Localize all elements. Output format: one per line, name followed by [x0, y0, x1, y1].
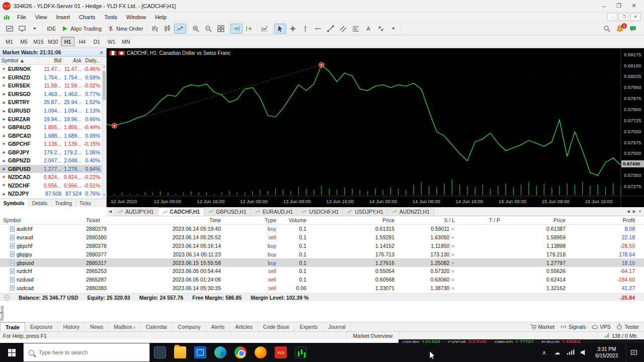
market-watch-row[interactable]: ▼EURNOK11.47...11.47...-0.46%	[0, 65, 102, 73]
trade-row[interactable]: audchf28803792023.06.14 05:19:40buy0.10.…	[0, 225, 644, 233]
trade-row[interactable]: gbpusd28853172023.06.15 15:55:58buy0.11.…	[0, 258, 644, 267]
trade-column-sl[interactable]: S / L	[397, 217, 458, 223]
volume-icon[interactable]	[580, 348, 588, 356]
mw-column-daily[interactable]: Daily...	[84, 58, 102, 63]
menu-item-file[interactable]: File	[13, 13, 31, 21]
mw-tab-symbols[interactable]: Symbols	[0, 199, 29, 207]
taskbar-app-metatrader[interactable]	[291, 343, 311, 362]
taskbar-app-edge[interactable]	[210, 343, 230, 362]
remove-sl-icon[interactable]: ✕	[449, 235, 455, 240]
market-watch-row[interactable]: ▲EURZAR19.94...19.96...0.66%	[0, 115, 102, 123]
market-watch-header[interactable]: Symbol ▲BidAskDaily...	[0, 57, 106, 65]
remove-sl-icon[interactable]: ✕	[449, 286, 455, 291]
trade-table-header[interactable]: SymbolTicketTimeTypeVolumePriceS / LT / …	[0, 216, 644, 225]
trade-row[interactable]: usdcad28803832023.06.14 05:30:35sell0.06…	[0, 284, 644, 293]
mdi-restore-button[interactable]: ❐	[619, 13, 629, 21]
mw-tab-trading[interactable]: Trading	[51, 199, 76, 207]
cursor-icon[interactable]	[274, 24, 286, 34]
market-watch-row[interactable]: ▼GBPAUD1.855...1.855...-0.44%	[0, 123, 102, 132]
search-icon[interactable]	[601, 24, 613, 34]
fibo-icon[interactable]	[350, 24, 362, 34]
text-icon[interactable]: A	[362, 24, 374, 34]
mw-column-symbol[interactable]: Symbol ▲	[0, 58, 38, 63]
chart-tab-gbpusd[interactable]: GBPUSD,H1	[204, 207, 251, 216]
menu-item-charts[interactable]: Charts	[74, 13, 100, 21]
market-watch-row[interactable]: ▲GBPCAD1.688...1.689...0.09%	[0, 131, 102, 140]
maximize-button[interactable]: ❐	[611, 1, 626, 11]
close-button[interactable]: ✕	[626, 1, 641, 11]
new-order-button[interactable]: New Order	[105, 24, 145, 34]
trade-column-time[interactable]: Time	[143, 217, 224, 223]
chart-tab-audnzd[interactable]: AUDNZD,H1	[388, 207, 434, 216]
scroll-down-icon[interactable]: ▼	[102, 194, 106, 199]
scrollbar-thumb[interactable]	[103, 71, 106, 100]
taskbar-app-yld-terminal[interactable]: YLD	[271, 343, 291, 362]
timeframe-h1[interactable]: H1	[61, 37, 74, 46]
channel-icon[interactable]	[337, 24, 349, 34]
market-watch-row[interactable]: ▲NZDUSD0.623...0.624...0.53%	[0, 198, 102, 199]
menu-item-window[interactable]: Window	[122, 13, 150, 21]
network-icon[interactable]	[567, 348, 575, 356]
trade-column-profit[interactable]: Profit	[569, 217, 644, 223]
onedrive-cloud-icon[interactable]: ☁	[553, 348, 561, 356]
market-watch-row[interactable]: ▲EURSGD1.463...1.463...0.77%	[0, 90, 102, 99]
chart-tab-usdjpy[interactable]: USDJPY,H1	[343, 207, 387, 216]
mdi-close-button[interactable]: ✕	[630, 13, 640, 21]
connection-status[interactable]: 138 / 0 Mb	[596, 332, 644, 339]
autoscroll-icon[interactable]	[230, 24, 243, 34]
taskbar-app-file-explorer[interactable]	[170, 343, 190, 362]
dropdown-icon[interactable]	[387, 24, 399, 34]
start-button[interactable]	[0, 343, 23, 362]
timeframe-m1[interactable]: M1	[3, 37, 16, 46]
remove-sl-icon[interactable]: ✕	[449, 244, 455, 249]
remove-sl-icon[interactable]: ✕	[449, 252, 455, 257]
bottom-tab-news[interactable]: News	[85, 322, 109, 331]
timeframe-mn[interactable]: MN	[119, 37, 133, 46]
trade-row[interactable]: euraud28803802023.06.14 05:25:52sell0.11…	[0, 233, 644, 242]
menu-item-view[interactable]: View	[31, 13, 52, 21]
tray-chevron-icon[interactable]: ∧	[540, 348, 548, 356]
menu-item-insert[interactable]: Insert	[51, 13, 74, 21]
trade-column-price[interactable]: Price	[503, 217, 569, 223]
trade-column-ticket[interactable]: Ticket	[83, 217, 143, 223]
timeframe-w1[interactable]: W1	[105, 37, 118, 46]
trade-column-price[interactable]: Price	[309, 217, 397, 223]
taskbar-clock[interactable]: 3:31 PM 6/15/2023	[593, 346, 621, 359]
crosshair-icon[interactable]	[287, 24, 299, 34]
tab-scroll-left2-icon[interactable]: ◀	[627, 209, 630, 214]
market-overview-button[interactable]: Market Overview	[346, 332, 399, 339]
trade-row[interactable]: gbpchf28803782023.06.14 05:16:14buy0.11.…	[0, 242, 644, 250]
trendline-icon[interactable]	[325, 24, 337, 34]
market-watch-row[interactable]: ▲EURTRY25.87...25.94...1.52%	[0, 98, 102, 107]
bell-icon[interactable]: 1	[614, 24, 626, 34]
tab-list-icon[interactable]: ▾	[639, 209, 641, 214]
menu-item-help[interactable]: Help	[150, 13, 171, 21]
market-watch-row[interactable]: ▼EURSEK11.59...11.59...-0.02%	[0, 81, 102, 90]
market-watch-row[interactable]: ▲NZDJPY87.50887.5240.76%	[0, 190, 102, 198]
remove-sl-icon[interactable]: ✕	[449, 278, 455, 283]
market-watch-close-icon[interactable]: ✕	[100, 50, 104, 55]
bars-icon[interactable]	[149, 24, 161, 34]
service-vps-button[interactable]: VPS	[592, 324, 610, 330]
tab-scroll-left-icon[interactable]: ◀	[107, 207, 114, 216]
minimize-button[interactable]: –	[596, 1, 611, 11]
taskbar-search-input[interactable]: Type here to search	[23, 343, 150, 362]
line-chart-icon[interactable]	[174, 24, 186, 34]
market-watch-row[interactable]: ▲EURNZD1.754...1.754...0.58%	[0, 73, 102, 82]
trade-column-volume[interactable]: Volume	[279, 217, 309, 223]
chart-tab-usdchf[interactable]: USDCHF,H1	[297, 207, 343, 216]
mw-tab-ticks[interactable]: Ticks	[76, 199, 95, 207]
timeframe-d1[interactable]: D1	[90, 37, 104, 46]
scroll-up-icon[interactable]: ▲	[102, 65, 106, 70]
market-watch-row[interactable]: ▲EURUSD1.094...1.094...1.13%	[0, 107, 102, 115]
timeframe-m30[interactable]: M30	[46, 37, 60, 46]
market-watch-row[interactable]: ▲GBPNZD2.047...2.048...0.40%	[0, 156, 102, 165]
market-watch-scrollbar[interactable]: ▲ ▼	[102, 65, 106, 199]
zoom-in-icon[interactable]	[190, 24, 202, 34]
tile-icon[interactable]	[215, 24, 227, 34]
mw-column-bid[interactable]: Bid	[38, 58, 63, 63]
chart-area[interactable]: CADCHF, H1: Canadian Dollar vs Swiss Fra…	[107, 48, 644, 207]
taskbar-app-task-view[interactable]	[150, 343, 170, 362]
bottom-tab-company[interactable]: Company	[173, 322, 206, 331]
new-chart-icon[interactable]	[4, 24, 16, 34]
